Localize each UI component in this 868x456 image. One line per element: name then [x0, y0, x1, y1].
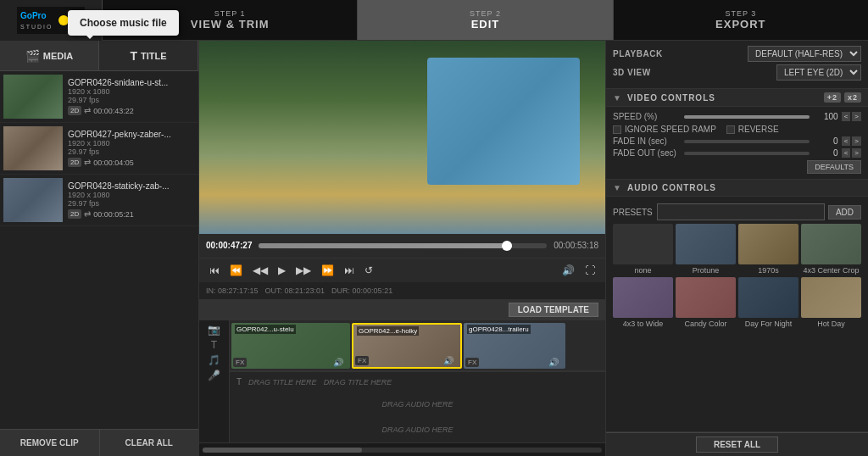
clip-1[interactable]: GOPR042...u-stelu FX 🔊 — [231, 323, 350, 369]
speed-slider[interactable] — [684, 115, 810, 119]
skip-back-button[interactable]: ⏮ — [206, 263, 223, 278]
clip-2[interactable]: GOPR042...e-holky FX 🔊 — [352, 323, 462, 369]
fade-in-decrease[interactable]: < — [842, 136, 851, 146]
reset-all-button[interactable]: RESET ALL — [696, 437, 778, 453]
tab-media[interactable]: 🎬 MEDIA — [0, 41, 99, 70]
next-frame-button[interactable]: ⏩ — [318, 263, 337, 278]
music-icon[interactable]: 🎵 — [208, 354, 220, 366]
step2-label: EDIT — [471, 18, 500, 31]
fade-in-increase[interactable]: > — [852, 136, 861, 146]
vc-badge-x2: x2 — [844, 92, 861, 103]
list-item[interactable]: GOPR0428-staticky-zab-... 1920 x 1080 29… — [0, 175, 198, 226]
progress-bar[interactable] — [259, 243, 547, 248]
fade-out-row: FADE OUT (sec) 0 < > — [613, 148, 861, 158]
media-res-1: 1920 x 1080 — [68, 87, 195, 96]
speed-row: SPEED (%) 100 < > — [613, 112, 861, 121]
list-item[interactable]: GOPR0427-pekny-zaber-... 1920 x 1080 29.… — [0, 123, 198, 175]
audio-controls-title: ▼ AUDIO CONTROLS — [606, 180, 868, 197]
media-list: GOPR0426-snidane-u-st... 1920 x 1080 29.… — [0, 71, 198, 429]
preset-hot-day[interactable]: Hot Day — [801, 277, 861, 328]
badge-2d: 2D — [68, 209, 81, 219]
vc-badge-plus2: +2 — [824, 92, 841, 103]
clip-3-sound: 🔊 — [548, 358, 559, 367]
skip-forward-button[interactable]: ⏭ — [341, 263, 358, 278]
clip-2-sound: 🔊 — [443, 356, 453, 365]
playback-select[interactable]: DEFAULT (HALF-RES) — [748, 46, 861, 62]
tab-title[interactable]: T TITLE — [99, 41, 198, 70]
clip-1-label: GOPR042...u-stelu — [235, 325, 296, 334]
media-name-2: GOPR0427-pekny-zaber-... — [68, 130, 195, 139]
title-track-1: T DRAG TITLE HERE DRAG TITLE HERE — [230, 371, 605, 392]
rewind-button[interactable]: ◀◀ — [249, 263, 271, 278]
info-bar: IN: 08:27:17:15 OUT: 08:21:23:01 DUR: 00… — [199, 282, 605, 299]
loop-button[interactable]: ↺ — [361, 263, 376, 278]
media-dur-3: 00:00:05:21 — [93, 210, 134, 219]
reverse-checkbox[interactable] — [726, 125, 735, 134]
clip-3[interactable]: gOPR0428...traileru FX 🔊 — [464, 323, 565, 369]
title-placeholder-1: DRAG TITLE HERE — [248, 378, 317, 386]
preset-protune[interactable]: Protune — [676, 224, 736, 275]
media-fps-2: 29.97 fps — [68, 147, 195, 156]
timecode-current: 00:00:47:27 — [206, 241, 252, 250]
remove-clip-button[interactable]: REMOVE CLIP — [0, 430, 99, 456]
prev-frame-button[interactable]: ⏪ — [226, 263, 246, 278]
playback-controls: ⏮ ⏪ ◀◀ ▶ ▶▶ ⏩ ⏭ ↺ 🔊 ⛶ — [199, 258, 605, 283]
preset-center-crop[interactable]: 4x3 Center Crop — [801, 224, 861, 275]
clip-2-fx[interactable]: FX — [355, 356, 369, 365]
mic-icon[interactable]: 🎤 — [208, 370, 220, 381]
fade-out-increase[interactable]: > — [852, 148, 861, 158]
speed-arrows: < > — [842, 112, 861, 121]
volume-icon[interactable]: 🔊 — [559, 263, 578, 278]
step-edit[interactable]: STEP 2 EDIT — [357, 0, 612, 40]
speed-decrease[interactable]: < — [842, 112, 851, 121]
timecode-bar: 00:00:47:27 00:00:53:18 — [199, 234, 605, 258]
fullscreen-button[interactable]: ⛶ — [581, 263, 598, 278]
preset-thumb-1970s — [738, 224, 798, 264]
preset-none[interactable]: none — [613, 224, 673, 275]
3d-view-select[interactable]: LEFT EYE (2D) — [776, 64, 861, 81]
defaults-btn-row: DEFAULTS — [613, 160, 861, 174]
preset-day-for-night[interactable]: Day For Night — [738, 277, 798, 328]
video-controls-section: SPEED (%) 100 < > IGNORE SPEED RAMP REVE… — [606, 107, 868, 180]
load-template-bar: LOAD TEMPLATE — [199, 299, 605, 320]
fade-out-decrease[interactable]: < — [842, 148, 851, 158]
playback-section: PLAYBACK DEFAULT (HALF-RES) 3D VIEW LEFT… — [606, 41, 868, 89]
media-info-2: GOPR0427-pekny-zaber-... 1920 x 1080 29.… — [63, 130, 195, 167]
fade-out-label: FADE OUT (sec) — [613, 148, 681, 158]
media-fps-1: 29.97 fps — [68, 96, 195, 104]
load-template-button[interactable]: LOAD TEMPLATE — [509, 303, 598, 317]
progress-fill — [259, 243, 512, 248]
collapse-audio-btn[interactable]: ▼ — [613, 183, 622, 192]
preset-wide[interactable]: 4x3 to Wide — [613, 277, 673, 328]
step3-num: STEP 3 — [725, 9, 756, 18]
clip-3-fx[interactable]: FX — [465, 358, 479, 367]
ignore-speed-ramp-checkbox[interactable] — [613, 125, 621, 134]
media-thumb-1 — [3, 75, 63, 119]
fade-out-slider[interactable] — [684, 152, 810, 155]
timeline-scrollbar[interactable] — [203, 448, 602, 453]
media-tab-label: MEDIA — [43, 51, 73, 61]
collapse-video-btn[interactable]: ▼ — [613, 93, 622, 103]
media-badges-1: 2D ⇄ 00:00:43:22 — [68, 106, 195, 115]
preset-name-hotday: Hot Day — [801, 320, 861, 328]
ignore-speed-ramp-item: IGNORE SPEED RAMP — [613, 125, 716, 134]
list-item[interactable]: GOPR0426-snidane-u-st... 1920 x 1080 29.… — [0, 71, 198, 123]
media-dur-2: 00:00:04:05 — [93, 158, 134, 167]
play-button[interactable]: ▶ — [275, 263, 289, 278]
defaults-button[interactable]: DEFAULTS — [807, 160, 861, 174]
step-export[interactable]: STEP 3 EXPORT — [613, 0, 868, 40]
title-icon-1: T — [236, 377, 242, 386]
timeline-sidebar: 📷 T 🎵 🎤 — [199, 320, 230, 442]
preset-1970s[interactable]: 1970s — [738, 224, 798, 275]
speed-increase[interactable]: > — [852, 112, 861, 121]
add-preset-button[interactable]: ADD — [828, 205, 861, 220]
fast-forward-button[interactable]: ▶▶ — [292, 263, 314, 278]
fade-in-slider[interactable] — [684, 140, 810, 143]
timeline: 📷 T 🎵 🎤 GOPR042...u-stelu FX 🔊 — [199, 320, 605, 456]
preset-candy[interactable]: Candy Color — [676, 277, 736, 328]
clip-1-fx[interactable]: FX — [233, 358, 247, 367]
clear-all-button[interactable]: CLEAR ALL — [99, 430, 199, 456]
presets-input[interactable] — [657, 203, 825, 220]
media-info-3: GOPR0428-staticky-zab-... 1920 x 1080 29… — [63, 181, 195, 219]
media-res-3: 1920 x 1080 — [68, 191, 195, 199]
